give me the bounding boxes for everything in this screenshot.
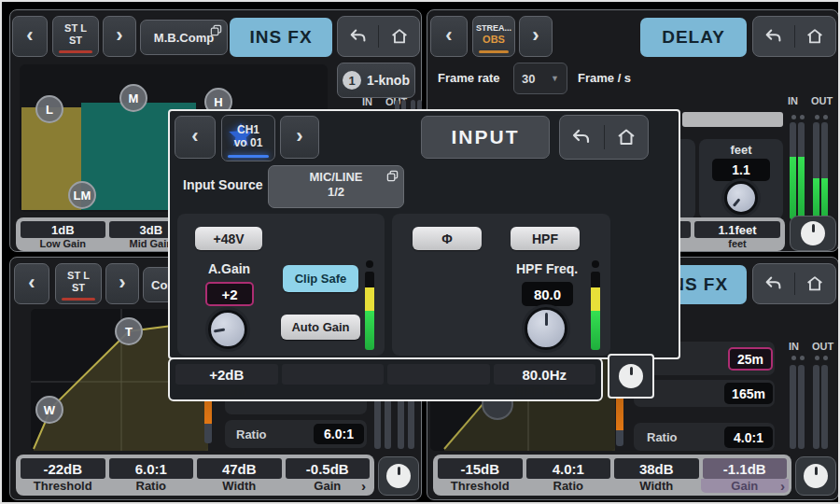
more-params-icon[interactable]: › — [780, 478, 785, 494]
touch-knob-button[interactable] — [795, 456, 836, 496]
param-cell[interactable] — [282, 364, 385, 399]
param-cell-width[interactable]: 47dBWidth — [197, 458, 282, 493]
next-channel-button[interactable]: › — [280, 116, 319, 159]
again-label: A.Gain — [208, 261, 250, 276]
more-params-icon[interactable]: › — [361, 478, 366, 494]
frame-unit-label: Frame / s — [578, 71, 631, 85]
param-cell-hpf-freq[interactable]: 80.0HzHPF Freq. — [494, 364, 596, 399]
channel-select-button[interactable]: ST L ST — [52, 16, 99, 57]
undo-button[interactable] — [560, 116, 604, 159]
prev-channel-button[interactable]: ‹ — [14, 263, 49, 304]
delay-feet-card: feet 1.1 — [699, 139, 783, 219]
channel-select-button[interactable]: ST L ST — [55, 263, 102, 304]
param-cell[interactable]: 1.1feetfeet — [694, 221, 780, 248]
one-knob-label: 1-knob — [367, 73, 410, 88]
attack-row-value[interactable]: 25m — [728, 347, 773, 371]
ratio-row-label: Ratio — [236, 427, 267, 441]
home-button[interactable] — [795, 264, 836, 303]
dropdown-arrow-icon: ▼ — [551, 74, 559, 83]
ratio-row-value[interactable]: 4.0:1 — [724, 427, 773, 448]
nav-group — [559, 115, 649, 160]
param-cell[interactable]: 1dBLow Gain — [21, 221, 105, 248]
undo-icon — [348, 26, 369, 47]
prev-channel-button[interactable]: ‹ — [12, 16, 48, 57]
width-handle[interactable]: W — [35, 396, 63, 424]
undo-icon — [763, 273, 784, 294]
nav-group — [337, 16, 420, 57]
touch-knob-button[interactable] — [378, 456, 419, 496]
param-cell-gain-selected[interactable]: -1.1dB Gain› — [703, 458, 788, 493]
fx-name-button[interactable]: M.B.Comp — [140, 20, 228, 55]
hpf-knob[interactable] — [525, 307, 567, 350]
release-row[interactable]: 165m — [634, 380, 775, 407]
param-cell-again[interactable]: +2dBA.Gain — [175, 364, 278, 399]
release-row-value[interactable]: 165m — [724, 383, 773, 404]
next-channel-button[interactable]: › — [519, 16, 553, 57]
prev-channel-button[interactable]: ‹ — [430, 16, 468, 57]
channel-select-button[interactable]: CH1 vo 01 — [221, 115, 275, 161]
channel-name-line1: STREA... — [476, 23, 511, 34]
low-band-handle[interactable]: L — [35, 95, 63, 123]
threshold-handle[interactable]: T — [115, 317, 143, 345]
clip-dot — [366, 260, 373, 268]
param-cell[interactable] — [387, 364, 490, 399]
frame-rate-dropdown[interactable]: 30 ▼ — [513, 63, 567, 94]
undo-button[interactable] — [753, 17, 794, 56]
input-source-button[interactable]: MIC/LINE 1/2 — [268, 165, 404, 208]
out-label: OUT — [812, 341, 833, 352]
one-knob-button[interactable]: 1 1-knob — [337, 63, 415, 98]
home-button[interactable] — [795, 17, 836, 56]
mid-band-handle[interactable]: M — [119, 84, 147, 112]
copy-icon — [210, 24, 222, 36]
page-title-ins-fx[interactable]: INS FX — [230, 18, 332, 57]
ratio-row-value[interactable]: 6.0:1 — [314, 424, 364, 444]
width-handle-label: W — [44, 403, 55, 417]
mixer-screen: ‹ ST L ST › M.B.Comp INS FX 1 1-knob — [0, 0, 840, 504]
next-channel-button[interactable]: › — [105, 263, 139, 304]
again-knob[interactable] — [208, 310, 247, 349]
undo-button[interactable] — [753, 264, 794, 303]
low-mid-crossover-handle[interactable]: LM — [68, 181, 96, 209]
param-cell-threshold[interactable]: -15dBThreshold — [438, 458, 523, 493]
out-meter-r — [821, 122, 828, 219]
hpf-button[interactable]: HPF — [511, 227, 580, 250]
param-cell-ratio[interactable]: 6.0:1Ratio — [109, 458, 194, 493]
phantom-48v-button[interactable]: +48V — [195, 227, 262, 250]
out-label: OUT — [811, 95, 833, 106]
in-label: IN — [362, 96, 372, 107]
param-cell-gain[interactable]: -0.5dB Gain› — [286, 458, 371, 493]
clip-safe-button[interactable]: Clip Safe — [283, 265, 358, 292]
knob-pointer — [208, 310, 247, 349]
next-channel-button[interactable]: › — [103, 16, 136, 57]
home-button[interactable] — [379, 17, 419, 56]
feet-knob[interactable] — [724, 181, 758, 215]
again-value[interactable]: +2 — [205, 282, 254, 306]
param-cell-ratio[interactable]: 4.0:1Ratio — [526, 458, 611, 493]
nav-group — [752, 16, 836, 57]
hpf-freq-value[interactable]: 80.0 — [522, 282, 573, 306]
input-dialog-param-bar: +2dBA.Gain 80.0HzHPF Freq. — [168, 357, 603, 401]
feet-value[interactable]: 1.1 — [712, 159, 770, 181]
clip-dot — [800, 356, 805, 360]
ratio-row[interactable]: Ratio 4.0:1 — [634, 423, 775, 451]
touch-knob-button[interactable] — [790, 216, 836, 251]
phase-button[interactable]: Φ — [413, 227, 482, 250]
ratio-row[interactable]: Ratio 6.0:1 — [225, 420, 367, 448]
undo-button[interactable] — [338, 17, 378, 56]
input-level-meter — [365, 272, 374, 350]
home-icon — [389, 26, 410, 47]
channel-select-button[interactable]: STREA... OBS — [472, 16, 515, 57]
input-dialog-knob-button[interactable] — [608, 354, 654, 399]
low-band-label: L — [46, 103, 53, 117]
channel-name-line2: OBS — [483, 34, 505, 46]
prev-channel-button[interactable]: ‹ — [175, 116, 216, 159]
analog-gain-card: +48V A.Gain +2 Clip Safe Auto Gain — [177, 214, 385, 356]
param-cell-threshold[interactable]: -22dBThreshold — [21, 458, 105, 493]
page-title-delay[interactable]: DELAY — [640, 18, 747, 57]
hpf-card: Φ HPF HPF Freq. 80.0 — [392, 214, 610, 356]
in-label: IN — [788, 95, 798, 106]
home-button[interactable] — [605, 116, 649, 159]
auto-gain-button[interactable]: Auto Gain — [281, 315, 360, 340]
dialog-title-label: INPUT — [452, 126, 520, 148]
param-cell-width[interactable]: 38dBWidth — [614, 458, 699, 493]
